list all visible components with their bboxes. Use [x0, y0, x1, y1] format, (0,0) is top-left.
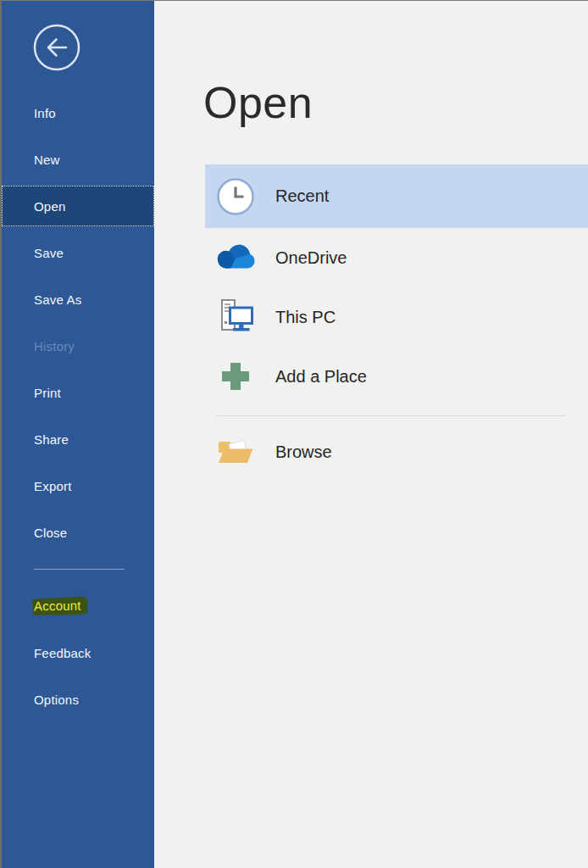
computer-icon	[214, 296, 257, 338]
open-panel: Open Recent	[154, 1, 588, 868]
sidebar-item-options[interactable]: Options	[2, 679, 154, 720]
sidebar-item-print[interactable]: Print	[2, 372, 154, 413]
onedrive-cloud-icon	[214, 236, 257, 279]
place-label: OneDrive	[275, 248, 347, 268]
sidebar-item-new[interactable]: New	[2, 139, 154, 180]
account-highlight-annotation: Account	[32, 597, 88, 616]
back-arrow-icon	[32, 60, 81, 75]
places-list: Recent OneDrive	[205, 164, 588, 481]
plus-icon	[214, 355, 257, 398]
sidebar-item-open[interactable]: Open	[2, 186, 154, 226]
sidebar-divider	[34, 569, 125, 570]
back-button[interactable]	[32, 23, 81, 72]
place-label: Recent	[275, 186, 329, 206]
place-browse[interactable]: Browse	[205, 422, 588, 481]
sidebar-item-export[interactable]: Export	[2, 465, 154, 506]
places-divider	[215, 415, 566, 416]
backstage-view: Info New Open Save Save As History Print…	[0, 0, 588, 868]
place-label: Add a Place	[275, 367, 367, 387]
place-onedrive[interactable]: OneDrive	[205, 228, 588, 287]
sidebar-item-close[interactable]: Close	[2, 512, 154, 553]
sidebar-item-save-as[interactable]: Save As	[2, 279, 154, 320]
place-this-pc[interactable]: This PC	[205, 287, 588, 347]
sidebar-item-history: History	[2, 326, 154, 366]
folder-icon	[214, 431, 257, 473]
page-title: Open	[203, 77, 313, 128]
sidebar-item-save[interactable]: Save	[2, 232, 154, 273]
sidebar-item-feedback[interactable]: Feedback	[2, 632, 154, 673]
sidebar-item-share[interactable]: Share	[2, 419, 154, 459]
sidebar-item-info[interactable]: Info	[2, 92, 154, 133]
place-add-a-place[interactable]: Add a Place	[205, 347, 588, 406]
place-recent[interactable]: Recent	[205, 164, 588, 228]
place-label: This PC	[275, 308, 336, 327]
sidebar-item-account[interactable]: Account	[2, 586, 154, 626]
sidebar-nav: Info New Open Save Save As History Print…	[2, 1, 154, 720]
clock-icon	[214, 175, 257, 218]
place-label: Browse	[275, 442, 332, 462]
backstage-sidebar: Info New Open Save Save As History Print…	[2, 1, 154, 868]
